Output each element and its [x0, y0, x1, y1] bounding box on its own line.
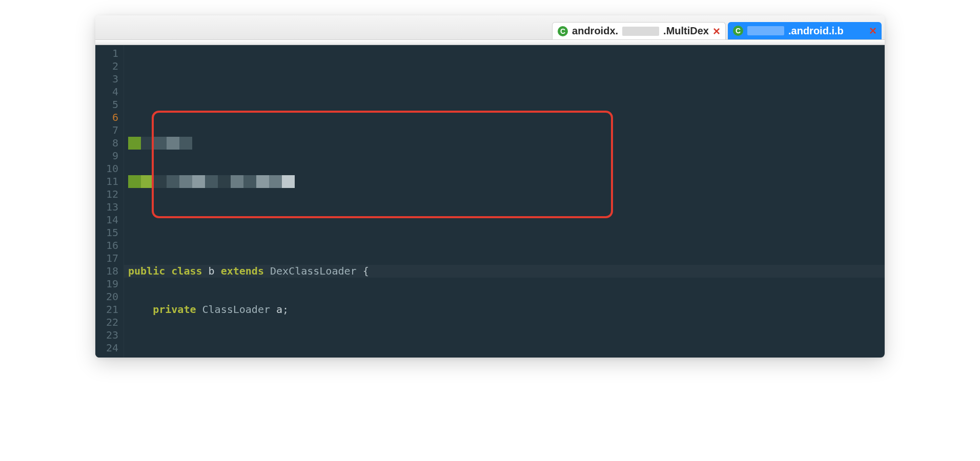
- code-line: [124, 150, 885, 162]
- redacted-icon: [622, 27, 659, 36]
- tab-android-i-b[interactable]: C .android.i.b ×: [728, 22, 882, 39]
- tab-label-suffix: .MultiDex: [663, 25, 709, 37]
- code-line: [124, 73, 885, 86]
- ide-window: C androidx..MultiDex × C .android.i.b × …: [95, 15, 885, 358]
- code-line: [124, 226, 885, 239]
- code-line: [124, 111, 885, 124]
- tab-bar: C androidx..MultiDex × C .android.i.b ×: [95, 15, 885, 40]
- close-icon[interactable]: ×: [869, 25, 876, 37]
- class-icon: C: [558, 26, 568, 36]
- redacted-icon: [747, 26, 784, 35]
- close-icon[interactable]: ×: [713, 25, 720, 37]
- breadcrumb-bar: [95, 40, 885, 45]
- tab-label-prefix: androidx.: [572, 25, 618, 37]
- code-area[interactable]: public class b extends DexClassLoader { …: [124, 45, 885, 358]
- code-editor[interactable]: 1 2 3 4 5 6 7 8 9 10 11 12 13 14 15 16 1…: [95, 45, 885, 358]
- line-number-gutter: 1 2 3 4 5 6 7 8 9 10 11 12 13 14 15 16 1…: [95, 45, 124, 358]
- code-line: [124, 188, 885, 201]
- tab-androidx-multidex[interactable]: C androidx..MultiDex ×: [552, 22, 726, 39]
- code-line: private ClassLoader a;: [124, 303, 885, 316]
- tab-label-suffix: .android.i.b: [788, 25, 844, 37]
- code-line: public class b extends DexClassLoader {: [124, 265, 885, 278]
- code-line: [124, 342, 885, 354]
- class-icon: C: [733, 26, 743, 36]
